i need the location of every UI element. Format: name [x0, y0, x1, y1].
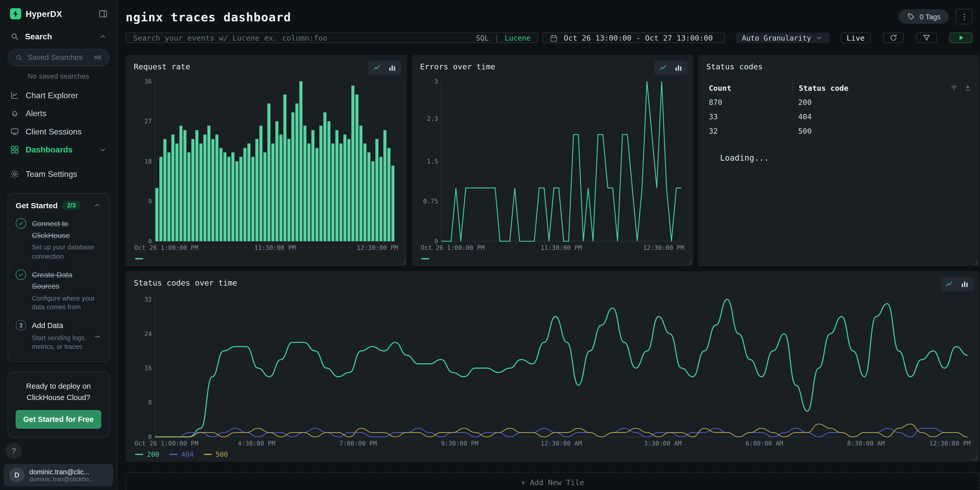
line-chart-icon[interactable]	[372, 63, 382, 73]
sql-toggle[interactable]: SQL	[476, 33, 489, 42]
tile-resize-handle[interactable]	[400, 259, 405, 264]
sidebar-item-label: Dashboards	[26, 145, 73, 154]
main-content: nginx traces dashboard 0 Tags Search you…	[118, 0, 980, 490]
no-saved-searches-text: No saved searches	[0, 66, 117, 84]
tile-resize-handle[interactable]	[972, 259, 977, 264]
refresh-button[interactable]	[883, 32, 904, 43]
avatar: D	[9, 468, 24, 482]
table-options-icon[interactable]	[950, 84, 958, 92]
chevron-down-icon	[815, 34, 823, 42]
svg-text:27: 27	[144, 118, 152, 125]
svg-text:2.3: 2.3	[427, 115, 438, 123]
sidebar-item-label: Team Settings	[26, 169, 77, 179]
saved-searches-input[interactable]: Saved Searches ⌘K	[8, 49, 109, 66]
status-codes-over-time-chart[interactable]: 08162432Oct 26 1:00:00 PM4:30:00 PM7:00:…	[134, 294, 971, 448]
chart-legend: 200 404 500	[134, 449, 972, 460]
app-root: HyperDX Search Saved Searches ⌘K No save…	[0, 0, 980, 490]
help-button[interactable]: ?	[6, 442, 22, 459]
chart-explorer-icon	[10, 91, 19, 100]
kebab-menu-button[interactable]	[956, 9, 972, 24]
svg-text:Oct 26 1:00:00 PM: Oct 26 1:00:00 PM	[134, 440, 199, 447]
legend-dash	[169, 454, 178, 455]
step-title: Connect to ClickHouse	[32, 219, 70, 240]
sidebar-item-dashboards[interactable]: Dashboards	[0, 141, 117, 159]
filter-button[interactable]	[916, 32, 937, 43]
user-name: dominic.tran@clic...	[29, 468, 94, 475]
search-section-label: Search	[25, 32, 52, 41]
legend-item[interactable]	[135, 258, 143, 259]
table-row[interactable]: 33 404	[706, 109, 972, 124]
user-menu[interactable]: D dominic.tran@clic... dominic.tran@clic…	[4, 464, 113, 487]
table-row[interactable]: 870 200	[706, 95, 972, 110]
sidebar-section-search[interactable]: Search	[0, 26, 117, 48]
date-range-picker[interactable]: Oct 26 13:00:00 - Oct 27 13:00:00	[542, 32, 725, 43]
sidebar-item-team-settings[interactable]: Team Settings	[0, 165, 117, 183]
bar-chart-icon[interactable]	[674, 63, 683, 73]
chart-legend	[134, 254, 399, 264]
tile-resize-handle[interactable]	[972, 455, 977, 460]
bar-chart-icon[interactable]	[960, 280, 969, 289]
step-title: Add Data	[32, 321, 63, 330]
svg-text:12:30:00 PM: 12:30:00 PM	[929, 440, 971, 447]
bar-chart-icon[interactable]	[387, 63, 397, 73]
search-input[interactable]: Search your events w/ Lucene ex. column:…	[126, 32, 538, 43]
line-chart-icon[interactable]	[945, 280, 954, 289]
legend-item[interactable]	[422, 258, 430, 259]
svg-text:3:30:00 AM: 3:30:00 AM	[644, 440, 681, 447]
legend-item-200[interactable]: 200	[135, 450, 159, 459]
get-started-step-connect[interactable]: Connect to ClickHouse Set up your databa…	[16, 218, 101, 261]
cell-count: 33	[706, 112, 792, 121]
tile-request-rate: Request rate 09182736Oct 26 1:00:00 PM11…	[126, 55, 407, 266]
lucene-toggle[interactable]: Lucene	[505, 33, 531, 42]
legend-item-500[interactable]: 500	[204, 450, 228, 459]
request-rate-chart[interactable]: 09182736Oct 26 1:00:00 PM11:30:00 PM12:3…	[134, 76, 399, 253]
svg-text:Oct 26 1:00:00 PM: Oct 26 1:00:00 PM	[134, 244, 199, 251]
chevron-up-icon[interactable]	[93, 201, 101, 210]
chart-legend	[420, 254, 686, 264]
lang-separator: |	[495, 33, 499, 42]
column-header-status-code[interactable]: Status code	[792, 83, 848, 93]
sidebar-item-alerts[interactable]: Alerts	[0, 104, 117, 123]
tile-resize-handle[interactable]	[686, 259, 691, 264]
add-new-tile-button[interactable]: + Add New Tile	[126, 472, 980, 490]
page-header: nginx traces dashboard 0 Tags	[126, 9, 980, 24]
errors-chart[interactable]: 00.751.52.33Oct 26 1:00:00 PM11:30:00 PM…	[420, 76, 685, 253]
arrow-right-icon[interactable]: →	[93, 331, 101, 340]
sidebar-item-chart-explorer[interactable]: Chart Explorer	[0, 86, 117, 104]
svg-text:32: 32	[144, 296, 152, 303]
chevron-down-icon[interactable]	[99, 145, 107, 154]
granularity-select[interactable]: Auto Granularity	[735, 32, 829, 43]
logo-row: HyperDX	[0, 0, 117, 26]
step-number-badge: 3	[16, 320, 26, 331]
get-started-free-button[interactable]: Get Started for Free	[16, 410, 101, 429]
chart-type-toggle	[654, 60, 687, 75]
table-row[interactable]: 32 500	[706, 124, 972, 138]
get-started-step-add-data[interactable]: 3 Add Data Start sending logs, metrics, …	[16, 320, 101, 352]
cell-count: 870	[706, 98, 792, 107]
svg-text:12:30:00 PM: 12:30:00 PM	[357, 244, 398, 251]
tile-errors-over-time: Errors over time 00.751.52.33Oct 26 1:00…	[412, 55, 693, 266]
svg-text:9:30:00 PM: 9:30:00 PM	[441, 440, 479, 447]
loading-text: Loading...	[720, 153, 972, 162]
hyperdx-logo-icon	[10, 8, 21, 19]
live-button[interactable]: Live	[841, 32, 871, 43]
tile-title: Request rate	[134, 61, 399, 73]
get-started-step-sources[interactable]: Create Data Sources Configure where your…	[16, 268, 101, 312]
svg-text:9: 9	[148, 197, 152, 205]
download-icon[interactable]	[964, 84, 972, 92]
step-desc: Configure where your data comes from	[32, 294, 101, 312]
gear-icon	[10, 169, 19, 179]
column-header-count[interactable]: Count	[706, 84, 792, 92]
svg-text:1.5: 1.5	[427, 158, 438, 165]
tags-button[interactable]: 0 Tags	[899, 9, 949, 24]
sidebar-collapse-icon[interactable]	[98, 9, 108, 19]
legend-label: 200	[147, 450, 159, 459]
run-query-button[interactable]	[950, 32, 972, 43]
sidebar-item-client-sessions[interactable]: Client Sessions	[0, 123, 117, 141]
status-codes-table: Count Status code 870	[706, 81, 972, 138]
tile-status-codes-over-time: Status codes over time 08162432Oct 26 1:…	[126, 271, 980, 462]
line-chart-icon[interactable]	[659, 63, 668, 73]
legend-item-404[interactable]: 404	[169, 450, 194, 459]
svg-text:6:00:00 AM: 6:00:00 AM	[746, 440, 783, 447]
chevron-up-icon[interactable]	[99, 32, 107, 41]
